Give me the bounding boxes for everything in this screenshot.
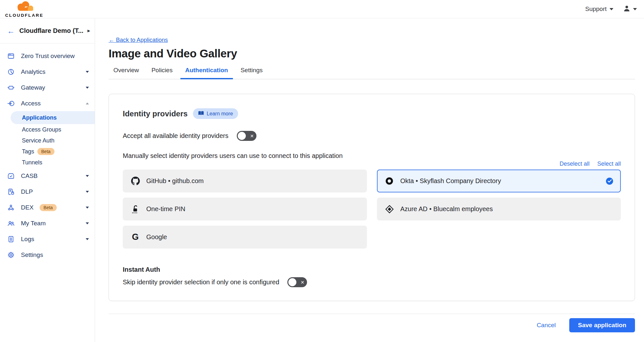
provider-card-azure-ad[interactable]: Azure AD • Bluecalm employees [377, 198, 621, 220]
provider-name: Google [146, 233, 167, 241]
sidebar-item-my-team[interactable]: My Team [0, 215, 95, 231]
gear-icon [7, 251, 15, 259]
toggle-off-x-icon: ✕ [250, 134, 254, 138]
provider-grid: GitHub • github.com Okta • Skyflash Comp… [123, 170, 621, 249]
deselect-all-link[interactable]: Deselect all [560, 161, 590, 167]
dlp-icon [7, 188, 15, 196]
sub-item-label: Tunnels [22, 159, 42, 166]
beta-badge: Beta [40, 204, 57, 211]
provider-card-okta[interactable]: Okta • Skyflash Company Directory [377, 170, 621, 192]
sub-item-label: Access Groups [22, 126, 61, 133]
chevron-down-icon [610, 8, 613, 10]
cloudflare-cloud-icon [13, 0, 36, 13]
chevron-up-icon[interactable] [86, 103, 89, 104]
overview-icon [7, 52, 15, 60]
learn-more-badge[interactable]: Learn more [193, 108, 238, 119]
provider-card-github[interactable]: GitHub • github.com [123, 170, 367, 192]
tab-settings[interactable]: Settings [236, 67, 268, 79]
logs-icon [7, 235, 15, 243]
instant-auth-label: Skip identity provider selection if only… [123, 278, 279, 286]
sidebar-item-access-groups[interactable]: Access Groups [0, 124, 95, 135]
sidebar-item-applications[interactable]: Applications [11, 111, 95, 124]
cancel-button[interactable]: Cancel [537, 322, 556, 329]
accept-all-toggle[interactable]: ✕ [237, 131, 256, 141]
github-icon [130, 177, 140, 185]
chevron-down-icon[interactable] [86, 175, 89, 177]
sidebar-item-zero-trust-overview[interactable]: Zero Trust overview [0, 48, 95, 64]
support-label: Support [585, 5, 607, 13]
sidebar-item-label: Gateway [21, 84, 45, 91]
footer-actions: Cancel Save application [109, 318, 635, 332]
chevron-down-icon[interactable] [86, 191, 89, 193]
sidebar-item-dlp[interactable]: DLP [0, 184, 95, 200]
back-arrow-icon[interactable]: ← [7, 27, 15, 35]
sidebar-item-label: Analytics [21, 68, 45, 75]
chevron-down-icon[interactable] [86, 71, 89, 73]
sidebar-item-service-auth[interactable]: Service Auth [0, 135, 95, 146]
access-icon [7, 100, 15, 107]
sidebar-item-dex[interactable]: DEX Beta [0, 200, 95, 215]
support-dropdown[interactable]: Support [585, 5, 613, 13]
sidebar-item-label: CASB [21, 172, 38, 180]
tab-policies[interactable]: Policies [147, 67, 177, 79]
instant-auth-heading: Instant Auth [123, 266, 621, 273]
sidebar-nav: Zero Trust overview Analytics Gateway [0, 44, 95, 263]
selected-check-icon [606, 178, 613, 185]
sidebar-item-label: Zero Trust overview [21, 53, 75, 60]
provider-card-google[interactable]: G Google [123, 226, 367, 249]
sidebar-item-tunnels[interactable]: Tunnels [0, 157, 95, 168]
manual-select-label: Manually select identity providers users… [123, 152, 621, 160]
sidebar-item-gateway[interactable]: Gateway [0, 80, 95, 95]
toggle-knob [288, 278, 296, 286]
card-heading: Identity providers [123, 109, 187, 118]
provider-card-one-time-pin[interactable]: One-time PIN [123, 198, 367, 220]
sidebar: ← Cloudflare Demo (T... ▶ Zero Trust ove… [0, 18, 95, 342]
top-bar: CLOUDFLARE Support [0, 0, 644, 18]
sidebar-item-settings[interactable]: Settings [0, 247, 95, 263]
identity-providers-card: Identity providers Learn more Accept all… [109, 94, 635, 301]
tab-overview[interactable]: Overview [109, 67, 144, 79]
account-name: Cloudflare Demo (T... [19, 27, 83, 34]
select-all-link[interactable]: Select all [597, 161, 621, 167]
azure-ad-icon [385, 205, 394, 213]
one-time-pin-icon [130, 205, 140, 214]
provider-name: Okta • Skyflash Company Directory [400, 177, 501, 185]
google-icon: G [130, 233, 140, 241]
gateway-icon [7, 84, 15, 92]
save-application-button[interactable]: Save application [569, 318, 635, 332]
user-icon [623, 5, 630, 14]
sidebar-item-label: DLP [21, 188, 33, 195]
main-content: ← Back to Applications Image and Video G… [95, 18, 644, 342]
toggle-knob [238, 132, 246, 140]
sidebar-item-analytics[interactable]: Analytics [0, 64, 95, 80]
sidebar-item-logs[interactable]: Logs [0, 231, 95, 247]
chevron-down-icon[interactable] [86, 207, 89, 209]
learn-more-label: Learn more [207, 111, 233, 117]
chevron-down-icon[interactable] [86, 222, 89, 224]
back-to-applications-link[interactable]: ← Back to Applications [109, 37, 168, 44]
page-title: Image and Video Gallery [109, 47, 635, 60]
chevron-right-icon[interactable]: ▶ [88, 29, 90, 33]
accept-all-label: Accept all available identity providers [123, 132, 228, 140]
sidebar-item-tags[interactable]: Tags Beta [0, 146, 95, 157]
book-icon [198, 111, 204, 117]
sidebar-item-label: My Team [21, 220, 46, 227]
toggle-off-x-icon: ✕ [301, 280, 304, 285]
casb-icon [7, 172, 15, 180]
tab-authentication[interactable]: Authentication [180, 67, 233, 79]
sidebar-item-access[interactable]: Access [0, 95, 95, 111]
sidebar-item-casb[interactable]: CASB [0, 168, 95, 184]
cloudflare-wordmark: CLOUDFLARE [5, 13, 43, 18]
provider-name: Azure AD • Bluecalm employees [400, 205, 493, 213]
account-switcher[interactable]: ← Cloudflare Demo (T... ▶ [0, 18, 95, 44]
instant-auth-toggle[interactable]: ✕ [287, 277, 307, 287]
dex-icon [7, 204, 15, 211]
beta-badge: Beta [37, 148, 54, 155]
chevron-down-icon[interactable] [86, 87, 89, 89]
sidebar-item-label: Logs [21, 236, 34, 243]
user-menu[interactable] [623, 5, 637, 14]
my-team-icon [7, 220, 15, 227]
provider-name: GitHub • github.com [146, 177, 204, 185]
chevron-down-icon[interactable] [86, 238, 89, 240]
tab-bar: Overview Policies Authentication Setting… [109, 67, 635, 79]
